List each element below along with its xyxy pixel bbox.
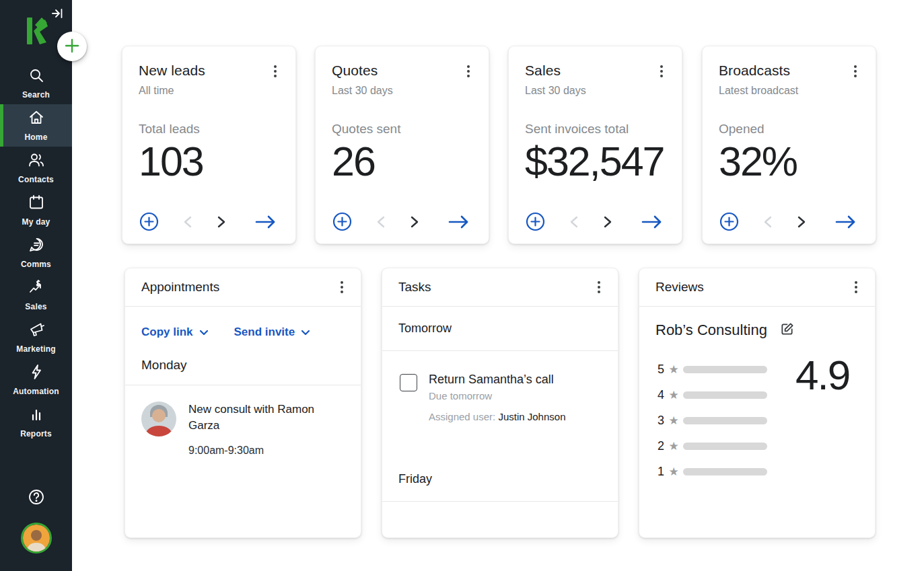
home-icon (28, 109, 45, 129)
metric-value: 103 (139, 138, 279, 185)
task-checkbox[interactable] (400, 374, 417, 391)
stat-card-new-leads: New leads All time Total leads 103 (122, 46, 296, 244)
rating-bar-track (683, 417, 767, 424)
star-count: 4 (655, 388, 664, 402)
dashboard-page: Search Home Contacts (0, 0, 924, 571)
bar-chart-icon (28, 406, 45, 426)
rating-breakdown: 5 ★ 4 ★ 3 ★ 2 (655, 356, 859, 484)
task-due: Due tomorrow (429, 390, 565, 402)
stat-card-quotes: Quotes Last 30 days Quotes sent 26 (315, 46, 489, 244)
stat-card-sales: Sales Last 30 days Sent invoices total $… (508, 46, 682, 244)
contact-avatar (141, 402, 176, 436)
arrow-right-icon[interactable] (834, 214, 858, 230)
copy-link-button[interactable]: Copy link (141, 326, 209, 339)
star-count: 1 (655, 465, 664, 479)
kebab-menu-icon[interactable] (852, 278, 860, 296)
chevron-left-icon[interactable] (182, 215, 193, 229)
panel-title: Tasks (398, 280, 431, 295)
metric-label: Quotes sent (332, 122, 472, 137)
sidebar-item-reports[interactable]: Reports (0, 401, 72, 443)
rating-bar-row: 5 ★ (655, 356, 767, 382)
user-avatar[interactable] (21, 523, 52, 554)
metric-value: $32,547 (525, 138, 666, 185)
edit-icon[interactable] (779, 321, 795, 339)
star-count: 3 (655, 414, 664, 428)
rating-bar-track (683, 366, 767, 373)
rating-bar-track (683, 443, 767, 450)
task-assigned: Assigned user: Justin Johnson (429, 411, 565, 422)
tasks-day-label: Friday (382, 459, 618, 502)
sidebar-item-label: Search (22, 90, 50, 100)
quick-add-button[interactable] (57, 32, 87, 61)
sidebar-item-comms[interactable]: Comms (0, 231, 72, 274)
megaphone-icon (28, 321, 45, 341)
chevron-right-icon[interactable] (216, 215, 227, 229)
chevron-left-icon[interactable] (762, 215, 773, 229)
send-invite-label: Send invite (234, 326, 295, 339)
appointment-title: New consult with Ramon Garza (188, 402, 331, 434)
arrow-right-icon[interactable] (447, 214, 471, 230)
star-count: 2 (655, 439, 664, 453)
card-subtitle: All time (139, 85, 279, 97)
sidebar-item-home[interactable]: Home (0, 104, 72, 147)
sidebar-item-search[interactable]: Search (0, 62, 72, 104)
kebab-menu-icon[interactable] (595, 278, 603, 296)
chevron-left-icon[interactable] (376, 215, 386, 229)
rating-bar-row: 1 ★ (655, 459, 767, 484)
search-icon (28, 67, 45, 87)
sidebar-item-label: Marketing (16, 344, 55, 354)
panel-title: Appointments (141, 280, 219, 295)
sidebar-item-label: Automation (13, 387, 59, 396)
card-title: Sales (525, 63, 561, 79)
business-name: Rob’s Consulting (655, 321, 767, 339)
sidebar-item-automation[interactable]: Automation (0, 358, 72, 401)
sidebar-item-contacts[interactable]: Contacts (0, 147, 72, 189)
card-subtitle: Latest broadcast (719, 85, 859, 97)
send-invite-button[interactable]: Send invite (234, 326, 311, 339)
add-circle-icon[interactable] (525, 211, 546, 232)
task-item: Return Samantha’s call Due tomorrow Assi… (382, 351, 618, 459)
add-circle-icon[interactable] (332, 211, 353, 232)
chevron-right-icon[interactable] (796, 215, 807, 229)
calendar-icon (28, 194, 45, 214)
keap-logo[interactable] (25, 17, 48, 44)
sidebar-item-label: Reports (20, 429, 52, 439)
sidebar-item-sales[interactable]: Sales (0, 274, 72, 316)
appointments-card: Appointments Copy link Send invite Monda… (125, 268, 361, 538)
kebab-menu-icon[interactable] (658, 63, 666, 80)
metric-label: Opened (719, 122, 859, 137)
card-title: New leads (139, 63, 205, 79)
collapse-sidebar-icon[interactable] (50, 7, 64, 22)
chevron-left-icon[interactable] (569, 215, 579, 229)
star-icon: ★ (664, 363, 683, 377)
sidebar-item-my-day[interactable]: My day (0, 189, 72, 231)
chevron-right-icon[interactable] (409, 215, 420, 229)
appointments-day-label: Monday (125, 339, 361, 385)
metric-value: 26 (332, 138, 472, 185)
sidebar-item-marketing[interactable]: Marketing (0, 316, 72, 358)
rating-bar-row: 3 ★ (655, 408, 767, 433)
kebab-menu-icon[interactable] (338, 278, 346, 296)
kebab-menu-icon[interactable] (464, 63, 472, 80)
kebab-menu-icon[interactable] (271, 63, 279, 80)
chevron-right-icon[interactable] (602, 215, 613, 229)
arrow-right-icon[interactable] (254, 214, 278, 230)
rating-bar-row: 4 ★ (655, 382, 767, 408)
help-icon[interactable] (26, 487, 46, 509)
sidebar-item-label: Home (24, 132, 47, 142)
add-circle-icon[interactable] (719, 211, 740, 232)
stat-card-broadcasts: Broadcasts Latest broadcast Opened 32% (702, 46, 876, 244)
metric-value: 32% (719, 138, 859, 185)
appointment-item[interactable]: New consult with Ramon Garza 9:00am-9:30… (125, 385, 361, 457)
arrow-right-icon[interactable] (640, 214, 664, 230)
add-circle-icon[interactable] (139, 211, 159, 232)
kebab-menu-icon[interactable] (851, 63, 859, 80)
appointment-time: 9:00am-9:30am (188, 445, 331, 457)
chat-icon (28, 236, 45, 256)
tasks-card: Tasks Tomorrow Return Samantha’s call Du… (382, 268, 618, 538)
sidebar-spacer (0, 443, 72, 487)
metric-label: Total leads (139, 122, 279, 137)
sidebar-item-label: Contacts (18, 175, 54, 184)
card-title: Quotes (332, 63, 378, 79)
contacts-icon (28, 151, 45, 172)
